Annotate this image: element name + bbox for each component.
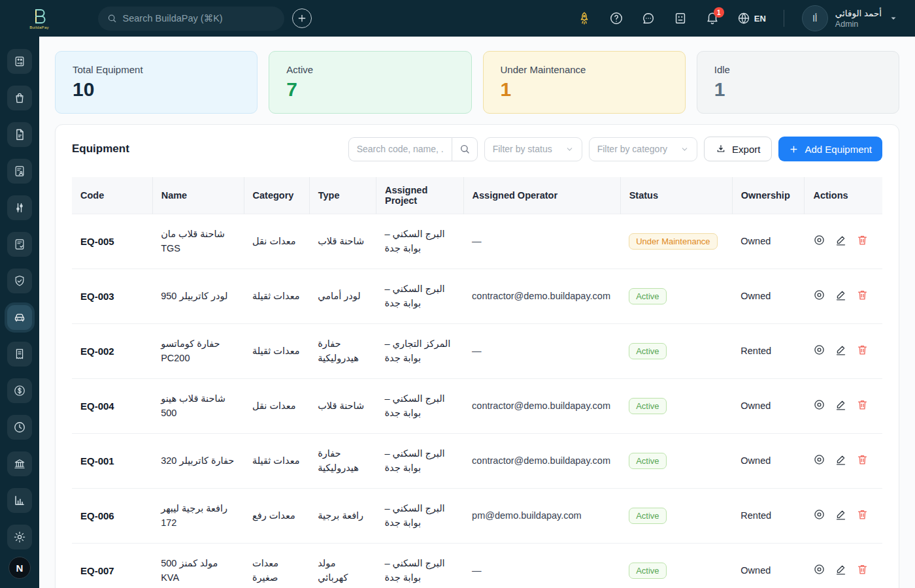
sidebar-item-compliance[interactable] [7,269,32,293]
eye-icon [813,563,825,576]
edit-button[interactable] [835,453,847,466]
column-header[interactable]: Status [620,177,732,214]
equipment-code: EQ-006 [72,488,152,543]
help-button[interactable] [609,11,624,25]
delete-button[interactable] [856,563,869,576]
global-search-input[interactable] [123,13,275,24]
view-button[interactable] [813,508,825,521]
assigned-project: البرج السكني – بوابة جدة [376,543,463,588]
global-search[interactable] [98,7,284,31]
table-search-input[interactable] [348,137,452,161]
equipment-type: حفارة هيدروليكية [309,433,376,488]
equipment-table: CodeNameCategoryTypeAssigned ProjectAssi… [72,177,882,588]
table-search-button[interactable] [452,137,478,161]
export-button[interactable]: Export [704,137,772,161]
delete-button[interactable] [856,399,869,411]
filter-category-select[interactable]: Filter by category [589,137,697,161]
shopping-bag-icon [13,91,26,105]
status-badge: Active [629,398,666,414]
eye-icon [813,453,825,466]
search-icon [459,144,470,154]
column-header[interactable]: Ownership [732,177,805,214]
assigned-operator: contractor@demo.buildapay.com [463,378,620,433]
delete-button[interactable] [856,234,869,246]
sidebar-item-approvals[interactable] [7,232,32,257]
edit-button[interactable] [835,344,847,356]
view-button[interactable] [813,234,825,246]
edit-button[interactable] [835,563,847,576]
sidebar-item-calculator[interactable] [7,49,32,74]
edit-button[interactable] [835,508,847,521]
sidebar-item-settings[interactable] [7,525,32,549]
table-search [348,137,478,161]
equipment-name: لودر كاتربيلر 950 [152,269,244,323]
sidebar-item-time[interactable] [7,415,32,440]
delete-button[interactable] [856,508,869,521]
changelog-button[interactable] [673,11,688,25]
language-selector[interactable]: EN [737,12,766,25]
trash-icon [856,563,869,576]
ownership: Rented [732,323,805,378]
sidebar-item-controls[interactable] [7,195,32,220]
table-row: EQ-002حفارة كوماتسو PC200معدات ثقيلةحفار… [72,323,882,378]
view-button[interactable] [813,563,825,576]
stat-label: Active [286,64,454,75]
sidebar-item-equipment[interactable] [7,305,32,330]
edit-icon [835,399,847,411]
status-badge: Under Maintenance [629,233,717,250]
column-header[interactable]: Assigned Operator [463,177,620,214]
filter-status-select[interactable]: Filter by status [484,137,582,161]
sidebar-item-documents[interactable] [7,122,32,147]
delete-button[interactable] [856,453,869,466]
page-title: Equipment [72,142,129,155]
view-button[interactable] [813,399,825,411]
column-header[interactable]: Code [72,177,152,214]
view-button[interactable] [813,289,825,301]
delete-button[interactable] [856,289,869,301]
stat-value: 7 [286,80,454,99]
sidebar-item-procurement[interactable] [7,86,32,110]
stat-label: Total Equipment [73,64,240,75]
status-cell: Active [620,269,732,323]
column-header[interactable]: Type [309,177,376,214]
sidebar-item-bank[interactable] [7,451,32,476]
quick-add-button[interactable] [292,8,312,28]
status-cell: Active [620,433,732,488]
notifications-button[interactable]: 1 [705,11,720,25]
stat-value: 1 [714,80,882,99]
calculator-icon [13,55,26,68]
trash-icon [856,453,869,466]
feedback-button[interactable] [641,11,656,25]
search-icon [107,13,117,24]
column-header[interactable]: Assigned Project [376,177,463,214]
receipt-icon [13,348,26,361]
actions-cell [805,214,882,269]
user-menu[interactable]: أا أحمد الوفائي Admin [802,5,898,31]
assigned-operator: — [463,543,620,588]
column-header[interactable]: Name [152,177,244,214]
equipment-code: EQ-003 [72,269,152,323]
app-logo[interactable]: BuildaPay [20,8,59,29]
column-header[interactable]: Actions [805,177,882,214]
whats-new-button[interactable] [577,11,591,25]
edit-button[interactable] [835,234,847,246]
export-label: Export [732,144,760,155]
add-equipment-button[interactable]: Add Equipment [778,137,882,161]
view-button[interactable] [813,344,825,356]
sidebar-item-receipts[interactable] [7,342,32,367]
sidebar-item-payments[interactable] [7,378,32,403]
sidebar-item-reports[interactable] [7,488,32,513]
edit-button[interactable] [835,289,847,301]
column-header[interactable]: Category [244,177,309,214]
equipment-name: شاحنة قلاب مان TGS [152,214,244,269]
edit-button[interactable] [835,399,847,411]
sidebar-item-contracts[interactable] [7,159,32,184]
assigned-project: البرج السكني – بوابة جدة [376,269,463,323]
view-button[interactable] [813,453,825,466]
language-label: EN [754,14,766,24]
status-badge: Active [629,508,666,524]
navbar-divider [784,10,784,27]
equipment-type: رافعة برجية [309,488,376,543]
sidebar-avatar[interactable]: N [8,557,31,579]
delete-button[interactable] [856,344,869,356]
